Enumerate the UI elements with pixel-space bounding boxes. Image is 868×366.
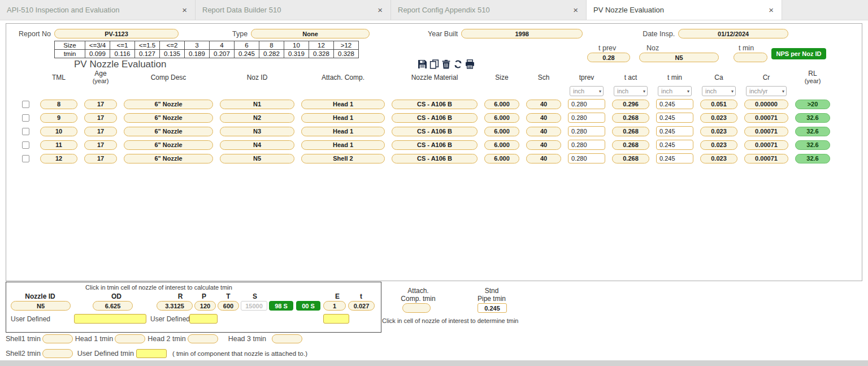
report-no-field[interactable]: PV-1123 xyxy=(54,29,179,38)
tmin-input[interactable]: 0.245 xyxy=(656,140,693,150)
t-prev-field[interactable]: 0.28 xyxy=(587,53,630,62)
comp-desc-cell: 6" Nozzle xyxy=(124,100,213,109)
cr-cell: 0.00071 xyxy=(744,140,788,150)
col-header-ca: Ca xyxy=(700,74,737,81)
tab-label: Report Data Builder 510 xyxy=(202,6,376,14)
tprev-input[interactable]: 0.280 xyxy=(568,99,605,109)
date-insp-field[interactable]: 01/12/2024 xyxy=(678,29,788,38)
size-cell: 6.000 xyxy=(484,113,519,123)
attach-comp-cell: Head 1 xyxy=(301,113,385,123)
tact-cell[interactable]: 0.268 xyxy=(612,140,649,150)
tprev-input[interactable]: 0.280 xyxy=(568,113,605,123)
tprev-input[interactable]: 0.280 xyxy=(568,140,605,150)
size-cell: 6.000 xyxy=(484,100,519,109)
row-checkbox[interactable] xyxy=(22,101,29,108)
save-icon[interactable] xyxy=(418,59,427,69)
user-defined-tmin-input[interactable] xyxy=(136,349,167,358)
col-header-noz-id: Noz ID xyxy=(220,74,294,81)
year-built-field[interactable]: 1998 xyxy=(461,29,583,38)
nozzle-id-label: Nozzle ID xyxy=(25,292,55,300)
nozzle-material-cell: CS - A106 B xyxy=(392,127,478,136)
tab-pv-nozzle-evaluation[interactable]: PV Nozzle Evaluation × xyxy=(587,0,782,20)
tact-unit-select[interactable]: inch▾ xyxy=(614,86,648,96)
size-cell: 6.000 xyxy=(484,127,519,136)
s-label: S xyxy=(253,292,257,300)
delete-icon[interactable] xyxy=(441,59,451,69)
table-row: 9 17 6" Nozzle N2 Head 1 CS - A106 B 6.0… xyxy=(6,113,862,123)
noz-field[interactable]: N5 xyxy=(639,53,719,62)
t-min-field[interactable] xyxy=(734,53,767,62)
row-checkbox[interactable] xyxy=(22,155,29,162)
nozzle-material-cell: CS - A106 B xyxy=(392,113,478,123)
bottom-strip xyxy=(0,360,868,366)
size-cell: 6.000 xyxy=(484,140,519,150)
tab-report-data-builder[interactable]: Report Data Builder 510 × xyxy=(196,0,391,20)
nps-per-noz-id-button[interactable]: NPS per Noz ID xyxy=(771,48,826,59)
shell2-tmin-label: Shell2 tmin xyxy=(6,350,41,358)
table-row: 11 17 6" Nozzle N4 Head 1 CS - A106 B 6.… xyxy=(6,140,862,150)
col-header-rl: RL(year) xyxy=(795,70,830,85)
type-label: Type xyxy=(232,30,248,38)
chevron-down-icon: ▾ xyxy=(731,89,734,94)
tact-cell[interactable]: 0.268 xyxy=(612,127,649,136)
component-tmin-row-2: Shell2 tmin User Defined tmin ( tmin of … xyxy=(6,349,307,358)
chevron-down-icon: ▾ xyxy=(599,89,601,94)
attach-comp-cell: Head 1 xyxy=(301,140,385,150)
unit-select-value: inch xyxy=(617,88,628,94)
tprev-input[interactable]: 0.280 xyxy=(568,126,605,136)
t-label: T xyxy=(226,292,230,300)
user-defined-input-3[interactable] xyxy=(323,314,349,324)
chevron-down-icon: ▾ xyxy=(643,89,645,94)
tmin-input[interactable]: 0.245 xyxy=(656,126,693,136)
nps-size-row-label: Size xyxy=(55,41,85,50)
tact-cell[interactable]: 0.268 xyxy=(612,154,649,163)
tact-cell[interactable]: 0.268 xyxy=(612,113,649,123)
user-defined-input-2[interactable] xyxy=(189,314,218,324)
row-checkbox[interactable] xyxy=(22,141,29,149)
user-defined-input-1[interactable] xyxy=(74,314,146,324)
print-icon[interactable] xyxy=(465,59,475,69)
tact-cell[interactable]: 0.296 xyxy=(612,100,649,109)
main-panel: Report No PV-1123 Type None Year Built 1… xyxy=(6,23,862,281)
attach-comp-cell: Shell 2 xyxy=(301,154,385,163)
rl-cell: 32.6 xyxy=(795,127,830,136)
tprev-unit-select[interactable]: inch▾ xyxy=(570,86,604,96)
col-header-cr: Cr xyxy=(744,74,788,81)
cr-unit-select[interactable]: inch/yr▾ xyxy=(746,86,787,96)
close-icon[interactable]: × xyxy=(767,5,775,15)
shell1-tmin-label: Shell1 tmin xyxy=(6,335,41,343)
stnd-pipe-tmin-label: StndPipe tmin xyxy=(472,287,511,303)
page-title: PV Nozzle Evaluation xyxy=(74,59,166,70)
chevron-down-icon: ▾ xyxy=(687,89,689,94)
close-icon[interactable]: × xyxy=(572,5,579,15)
tmin-input[interactable]: 0.245 xyxy=(656,99,693,109)
row-checkbox[interactable] xyxy=(22,128,29,135)
type-field[interactable]: None xyxy=(251,29,370,38)
tprev-input[interactable]: 0.280 xyxy=(568,153,605,163)
s-98-button[interactable]: 98 S xyxy=(269,301,293,311)
close-icon[interactable]: × xyxy=(181,5,188,15)
sch-cell: 40 xyxy=(526,127,561,136)
close-icon[interactable]: × xyxy=(376,5,384,15)
tab-report-config-appendix[interactable]: Report Config Appendix 510 × xyxy=(391,0,587,20)
t-min-label: t min xyxy=(739,44,754,52)
ca-unit-select[interactable]: inch▾ xyxy=(702,86,736,96)
tab-api510-inspection[interactable]: API-510 Inspection and Evaluation × xyxy=(0,0,196,20)
tmin-unit-select[interactable]: inch▾ xyxy=(658,86,692,96)
e-field: 1 xyxy=(323,301,346,311)
nps-tmin-cell: 0.319 xyxy=(284,50,309,58)
s-00-button[interactable]: 00 S xyxy=(296,301,320,311)
tmin-input[interactable]: 0.245 xyxy=(656,153,693,163)
col-header-size: Size xyxy=(484,74,519,81)
tmin-input[interactable]: 0.245 xyxy=(656,113,693,123)
refresh-icon[interactable] xyxy=(453,59,463,69)
rl-cell: 32.6 xyxy=(795,154,830,163)
col-header-sch: Sch xyxy=(526,74,561,81)
noz-id-cell: N5 xyxy=(220,154,294,163)
noz-id-cell: N3 xyxy=(220,127,294,136)
r-label: R xyxy=(178,292,183,300)
row-checkbox[interactable] xyxy=(22,114,29,122)
cr-cell: 0.00071 xyxy=(744,127,788,136)
s-field: 15000 xyxy=(241,301,267,311)
copy-icon[interactable] xyxy=(429,59,439,69)
